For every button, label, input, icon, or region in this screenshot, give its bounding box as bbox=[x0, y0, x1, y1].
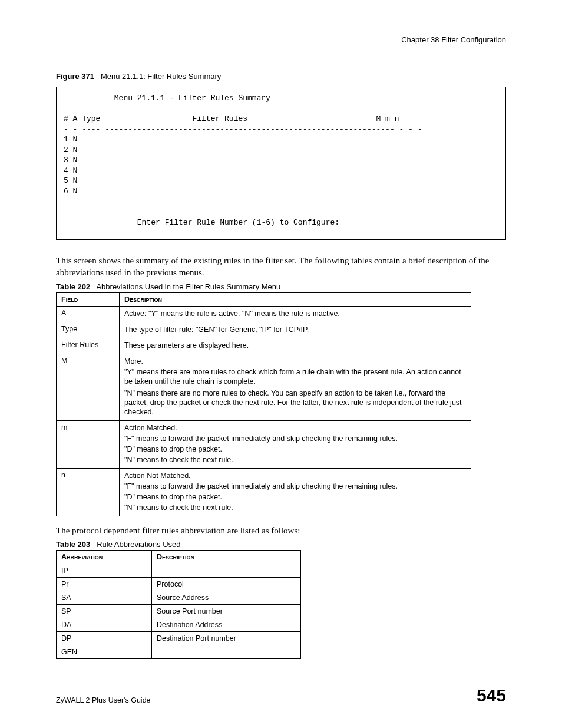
table-cell-field: M bbox=[57, 354, 120, 420]
table202-caption: Table 202 Abbreviations Used in the Filt… bbox=[56, 282, 506, 291]
table-row: SPSource Port number bbox=[57, 604, 301, 618]
table-cell-desc: Action Not Matched."F" means to forward … bbox=[120, 468, 471, 516]
header-rule bbox=[56, 48, 506, 48]
table-cell-desc: Source Address bbox=[152, 591, 301, 604]
table-cell-desc: More."Y" means there are more rules to c… bbox=[120, 354, 471, 420]
table202: Field Description AActive: "Y" means the… bbox=[56, 292, 471, 516]
table-row: DADestination Address bbox=[57, 618, 301, 631]
table203-head-desc: Description bbox=[152, 550, 301, 564]
table-row: TypeThe type of filter rule: "GEN" for G… bbox=[57, 322, 471, 338]
page-number: 545 bbox=[477, 687, 506, 704]
table203-title: Rule Abbreviations Used bbox=[97, 540, 180, 549]
footer-guide-title: ZyWALL 2 Plus User's Guide bbox=[56, 696, 151, 704]
table202-head-desc: Description bbox=[120, 292, 471, 306]
table-cell-desc bbox=[152, 564, 301, 577]
table-row: SASource Address bbox=[57, 591, 301, 604]
table-cell-field: Type bbox=[57, 322, 120, 338]
table-cell-abbr: SP bbox=[57, 604, 152, 618]
table-cell-desc: The type of filter rule: "GEN" for Gener… bbox=[120, 322, 471, 338]
figure-label: Figure 371 bbox=[56, 72, 94, 81]
table-row: IP bbox=[57, 564, 301, 577]
table-cell-desc bbox=[152, 645, 301, 658]
table-cell-desc: These parameters are displayed here. bbox=[120, 338, 471, 354]
table202-title: Abbreviations Used in the Filter Rules S… bbox=[96, 282, 280, 291]
paragraph-protocol: The protocol dependent filter rules abbr… bbox=[56, 525, 506, 536]
table-cell-field: m bbox=[57, 420, 120, 468]
table-cell-abbr: GEN bbox=[57, 645, 152, 658]
table203-caption: Table 203 Rule Abbreviations Used bbox=[56, 540, 506, 549]
table-cell-abbr: IP bbox=[57, 564, 152, 577]
table-cell-abbr: DA bbox=[57, 618, 152, 631]
table-cell-abbr: DP bbox=[57, 631, 152, 645]
table-row: Filter RulesThese parameters are display… bbox=[57, 338, 471, 354]
table-cell-desc: Active: "Y" means the rule is active. "N… bbox=[120, 306, 471, 322]
table203: Abbreviation Description IPPrProtocolSAS… bbox=[56, 550, 301, 659]
chapter-header: Chapter 38 Filter Configuration bbox=[56, 35, 506, 44]
figure-title: Menu 21.1.1: Filter Rules Summary bbox=[101, 72, 221, 81]
table-cell-desc: Destination Address bbox=[152, 618, 301, 631]
figure-caption: Figure 371 Menu 21.1.1: Filter Rules Sum… bbox=[56, 72, 506, 81]
table-cell-desc: Destination Port number bbox=[152, 631, 301, 645]
table-row: nAction Not Matched."F" means to forward… bbox=[57, 468, 471, 516]
table-row: mAction Matched."F" means to forward the… bbox=[57, 420, 471, 468]
table-row: PrProtocol bbox=[57, 577, 301, 591]
table203-head-abbr: Abbreviation bbox=[57, 550, 152, 564]
table-cell-desc: Protocol bbox=[152, 577, 301, 591]
table-cell-desc: Source Port number bbox=[152, 604, 301, 618]
table203-label: Table 203 bbox=[56, 540, 90, 549]
table-cell-desc: Action Matched."F" means to forward the … bbox=[120, 420, 471, 468]
table-cell-abbr: Pr bbox=[57, 577, 152, 591]
table-cell-field: n bbox=[57, 468, 120, 516]
table202-head-field: Field bbox=[57, 292, 120, 306]
footer-rule bbox=[56, 683, 506, 683]
paragraph-intro: This screen shows the summary of the exi… bbox=[56, 255, 506, 279]
terminal-screen: Menu 21.1.1 - Filter Rules Summary # A T… bbox=[56, 87, 506, 240]
page-footer: ZyWALL 2 Plus User's Guide 545 bbox=[56, 683, 506, 704]
table-row: DPDestination Port number bbox=[57, 631, 301, 645]
table-row: AActive: "Y" means the rule is active. "… bbox=[57, 306, 471, 322]
table202-label: Table 202 bbox=[56, 282, 90, 291]
table-cell-field: Filter Rules bbox=[57, 338, 120, 354]
table-row: MMore."Y" means there are more rules to … bbox=[57, 354, 471, 420]
table-row: GEN bbox=[57, 645, 301, 658]
table-cell-field: A bbox=[57, 306, 120, 322]
table-cell-abbr: SA bbox=[57, 591, 152, 604]
